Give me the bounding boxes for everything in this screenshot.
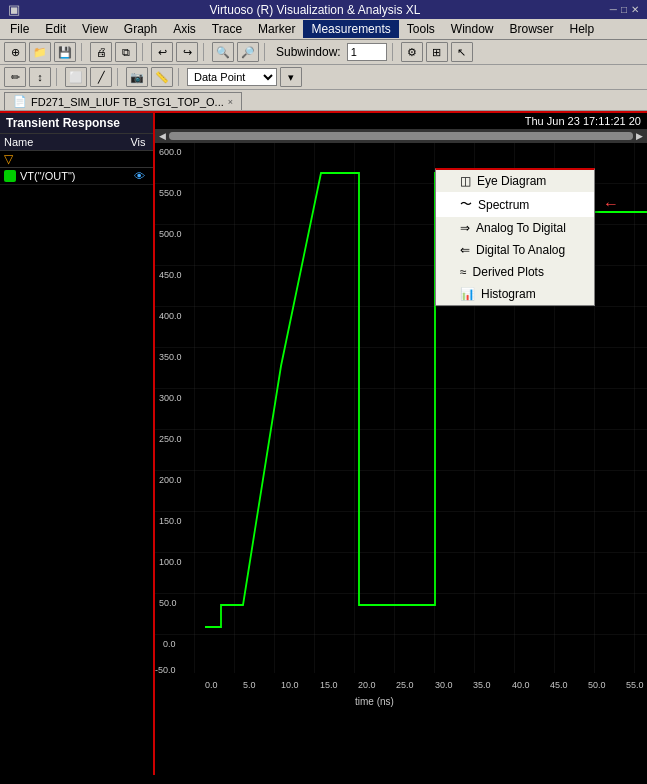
dropdown-item-spectrum[interactable]: 〜 Spectrum ←	[436, 192, 594, 217]
menu-measurements[interactable]: Measurements	[303, 20, 398, 38]
line-button[interactable]: ╱	[90, 67, 112, 87]
titlebar: ▣ Virtuoso (R) Visualization & Analysis …	[0, 0, 647, 19]
signal-visibility-indicator[interactable]: 👁	[129, 170, 149, 182]
menu-window[interactable]: Window	[443, 20, 502, 38]
settings-button[interactable]: ⚙	[401, 42, 423, 62]
svg-text:250.0: 250.0	[159, 434, 182, 444]
tab-close-button[interactable]: ×	[228, 97, 233, 107]
dropdown-arrow[interactable]: ▾	[280, 67, 302, 87]
dropdown-item-digital-to-analog[interactable]: ⇐ Digital To Analog	[436, 239, 594, 261]
undo-button[interactable]: ↩	[151, 42, 173, 62]
svg-text:40.0: 40.0	[512, 680, 530, 690]
measurements-dropdown: ◫ Eye Diagram 〜 Spectrum ← ⇒ Analog To D…	[435, 168, 595, 306]
snapshot-button[interactable]: 📷	[126, 67, 148, 87]
menu-graph[interactable]: Graph	[116, 20, 165, 38]
svg-text:25.0: 25.0	[396, 680, 414, 690]
pen-button[interactable]: ✏	[4, 67, 26, 87]
svg-text:35.0: 35.0	[473, 680, 491, 690]
separator5	[392, 43, 396, 61]
box-button[interactable]: ⬜	[65, 67, 87, 87]
horizontal-scrollbar[interactable]: ◀ ▶	[155, 129, 647, 143]
chart-datetime: Thu Jun 23 17:11:21 20	[155, 113, 647, 129]
toolbar-row1: ⊕ 📁 💾 🖨 ⧉ ↩ ↪ 🔍 🔎 Subwindow: ⚙ ⊞ ↖	[0, 40, 647, 65]
tab-label: FD271_SIM_LIUF TB_STG1_TOP_O...	[31, 96, 224, 108]
window-controls: ─ □ ✕	[610, 4, 639, 15]
svg-text:55.0: 55.0	[626, 680, 644, 690]
panel-title: Transient Response	[0, 113, 153, 134]
save-button[interactable]: 💾	[54, 42, 76, 62]
new-button[interactable]: ⊕	[4, 42, 26, 62]
copy-button[interactable]: ⧉	[115, 42, 137, 62]
zoom-out-button[interactable]: 🔎	[237, 42, 259, 62]
menu-view[interactable]: View	[74, 20, 116, 38]
spectrum-label: Spectrum	[478, 198, 529, 212]
sep-t2-2	[117, 68, 121, 86]
menubar: File Edit View Graph Axis Trace Marker M…	[0, 19, 647, 40]
svg-text:time (ns): time (ns)	[355, 696, 394, 707]
col-vis-header: Vis	[123, 134, 153, 150]
histogram-icon: 📊	[460, 287, 475, 301]
zoom-in-button[interactable]: 🔍	[212, 42, 234, 62]
dropdown-item-derived-plots[interactable]: ≈ Derived Plots	[436, 261, 594, 283]
svg-text:100.0: 100.0	[159, 557, 182, 567]
scroll-left-arrow[interactable]: ◀	[159, 131, 166, 141]
arrow-button[interactable]: ↕	[29, 67, 51, 87]
app-title: Virtuoso (R) Visualization & Analysis XL	[20, 3, 610, 17]
maximize-icon[interactable]: □	[621, 4, 627, 15]
measure-button[interactable]: 📏	[151, 67, 173, 87]
svg-text:10.0: 10.0	[281, 680, 299, 690]
scroll-thumb[interactable]	[169, 132, 633, 140]
cursor-button[interactable]: ↖	[451, 42, 473, 62]
grid-button[interactable]: ⊞	[426, 42, 448, 62]
svg-text:20.0: 20.0	[358, 680, 376, 690]
atd-label: Analog To Digital	[476, 221, 566, 235]
svg-text:600.0: 600.0	[159, 147, 182, 157]
open-button[interactable]: 📁	[29, 42, 51, 62]
separator2	[142, 43, 146, 61]
menu-axis[interactable]: Axis	[165, 20, 204, 38]
svg-text:0.0: 0.0	[163, 639, 176, 649]
scroll-track[interactable]	[169, 132, 633, 140]
dropdown-item-histogram[interactable]: 📊 Histogram	[436, 283, 594, 305]
subwindow-label: Subwindow:	[273, 45, 344, 59]
chart-area: Thu Jun 23 17:11:21 20 ◀ ▶	[155, 111, 647, 775]
histogram-label: Histogram	[481, 287, 536, 301]
svg-text:350.0: 350.0	[159, 352, 182, 362]
dta-icon: ⇐	[460, 243, 470, 257]
derived-label: Derived Plots	[473, 265, 544, 279]
menu-help[interactable]: Help	[562, 20, 603, 38]
svg-text:15.0: 15.0	[320, 680, 338, 690]
main-tab[interactable]: 📄 FD271_SIM_LIUF TB_STG1_TOP_O... ×	[4, 92, 242, 110]
scroll-right-arrow[interactable]: ▶	[636, 131, 643, 141]
spectrum-arrow-icon: ←	[603, 195, 619, 213]
derived-icon: ≈	[460, 265, 467, 279]
menu-edit[interactable]: Edit	[37, 20, 74, 38]
dropdown-item-analog-to-digital[interactable]: ⇒ Analog To Digital	[436, 217, 594, 239]
filter-row: ▽	[0, 151, 153, 168]
subwindow-input[interactable]	[347, 43, 387, 61]
menu-file[interactable]: File	[2, 20, 37, 38]
left-panel: Transient Response Name Vis ▽ VT("/OUT")…	[0, 111, 155, 775]
dropdown-item-eye-diagram[interactable]: ◫ Eye Diagram	[436, 170, 594, 192]
col-name-header: Name	[0, 134, 123, 150]
svg-text:50.0: 50.0	[159, 598, 177, 608]
close-icon[interactable]: ✕	[631, 4, 639, 15]
svg-text:450.0: 450.0	[159, 270, 182, 280]
print-button[interactable]: 🖨	[90, 42, 112, 62]
minimize-icon[interactable]: ─	[610, 4, 617, 15]
signal-color-swatch	[4, 170, 16, 182]
menu-tools[interactable]: Tools	[399, 20, 443, 38]
filter-icon[interactable]: ▽	[2, 152, 15, 166]
menu-browser[interactable]: Browser	[502, 20, 562, 38]
eye-diagram-icon: ◫	[460, 174, 471, 188]
redo-button[interactable]: ↪	[176, 42, 198, 62]
datetime-text: Thu Jun 23 17:11:21 20	[525, 115, 641, 127]
svg-text:5.0: 5.0	[243, 680, 256, 690]
menu-marker[interactable]: Marker	[250, 20, 303, 38]
menu-trace[interactable]: Trace	[204, 20, 250, 38]
signal-row-1[interactable]: VT("/OUT") 👁	[0, 168, 153, 185]
sep-t2-3	[178, 68, 182, 86]
datapoint-select[interactable]: Data Point	[187, 68, 277, 86]
dta-label: Digital To Analog	[476, 243, 565, 257]
signal-name-label: VT("/OUT")	[20, 170, 129, 182]
